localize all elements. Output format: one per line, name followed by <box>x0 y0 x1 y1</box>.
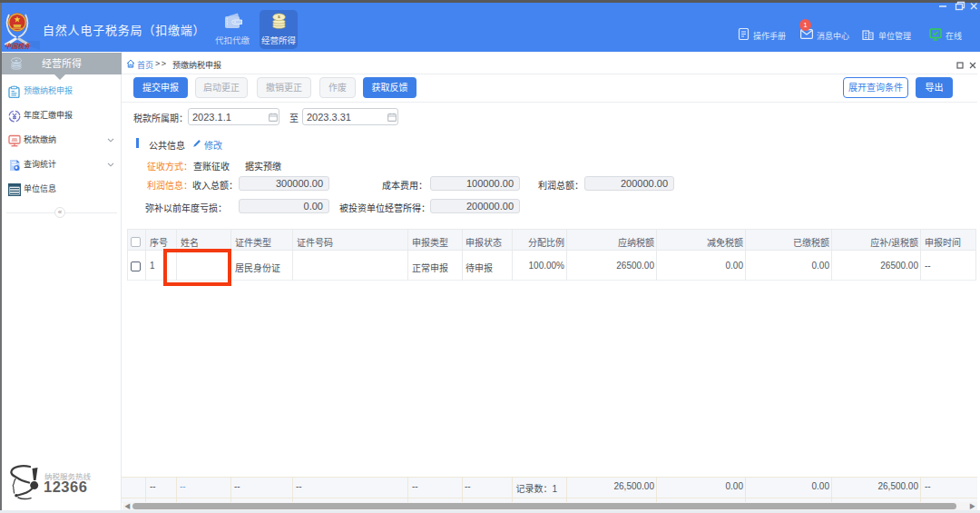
svg-text:中国税务: 中国税务 <box>5 42 32 50</box>
